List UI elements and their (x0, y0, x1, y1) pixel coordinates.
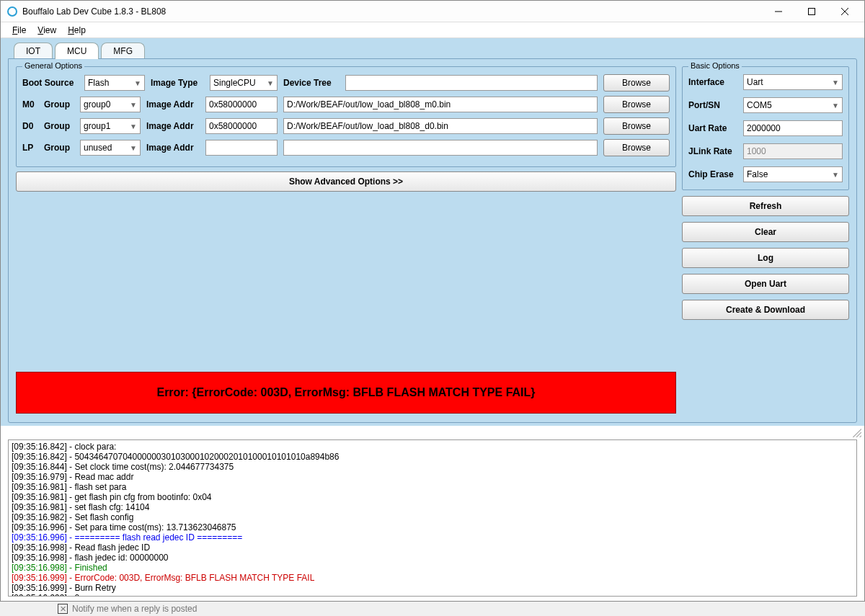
menu-file[interactable]: File (6, 24, 32, 37)
basic-legend: Basic Options (688, 61, 742, 70)
notify-checkbox[interactable]: ✕ (58, 604, 68, 614)
device-tree-input[interactable] (345, 75, 598, 91)
device-tree-label: Device Tree (283, 78, 340, 88)
group-select-m0[interactable]: group0▼ (80, 97, 141, 112)
image-path-input-lp[interactable] (283, 140, 598, 156)
open-uart-button[interactable]: Open Uart (682, 274, 849, 294)
jlink-rate-input[interactable]: 1000 (743, 143, 843, 159)
chevron-down-icon: ▼ (832, 171, 839, 179)
mcu-label: M0 (22, 99, 38, 110)
mcu-label: LP (22, 143, 38, 153)
log-line: [09:35:16.981] - get flash pin cfg from … (12, 492, 853, 502)
image-path-input-m0[interactable]: D:/Work/BEAF/out/low_load_bl808_m0.bin (283, 97, 598, 112)
svg-line-7 (860, 436, 861, 437)
titlebar[interactable]: Bouffalo Lab Dev Cube 1.8.3 - BL808 (1, 1, 864, 22)
device-tree-browse-button[interactable]: Browse (603, 74, 670, 91)
create-download-button[interactable]: Create & Download (682, 300, 849, 320)
svg-point-0 (8, 7, 17, 16)
tab-mfg[interactable]: MFG (101, 43, 145, 59)
image-addr-input-d0[interactable]: 0x58000000 (205, 118, 278, 134)
close-button[interactable] (828, 1, 861, 22)
log-line: [09:35:16.996] - Set para time cost(ms):… (12, 522, 853, 532)
general-legend: General Options (22, 61, 84, 70)
maximize-button[interactable] (795, 1, 828, 22)
tabs: IOT MCU MFG (14, 43, 857, 59)
group-label: Group (44, 99, 74, 110)
window-title: Bouffalo Lab Dev Cube 1.8.3 - BL808 (22, 6, 762, 17)
mcu-label: D0 (22, 121, 38, 131)
browse-button-d0[interactable]: Browse (603, 117, 670, 135)
interface-select[interactable]: Uart▼ (743, 74, 843, 90)
image-path-input-d0[interactable]: D:/Work/BEAF/out/low_load_bl808_d0.bin (283, 118, 598, 134)
group-label: Group (44, 121, 74, 131)
menu-view[interactable]: View (32, 24, 62, 37)
image-addr-label: Image Addr (146, 121, 200, 131)
port-label: Port/SN (688, 100, 739, 110)
notify-label: Notify me when a reply is posted (72, 604, 197, 614)
tab-iot[interactable]: IOT (14, 43, 53, 59)
image-type-label: Image Type (151, 78, 204, 88)
image-addr-label: Image Addr (146, 143, 200, 153)
chevron-down-icon: ▼ (267, 79, 274, 87)
chevron-down-icon: ▼ (134, 79, 141, 87)
image-type-select[interactable]: SingleCPU▼ (210, 75, 278, 91)
minimize-button[interactable] (762, 1, 795, 22)
general-options-group: General Options Boot Source Flash▼ Image… (16, 66, 676, 167)
chevron-down-icon: ▼ (130, 101, 137, 109)
log-line: [09:35:16.979] - Read mac addr (12, 472, 853, 482)
log-button[interactable]: Log (682, 248, 849, 268)
log-line: [09:35:16.998] - flash jedec id: 0000000… (12, 553, 853, 563)
group-select-d0[interactable]: group1▼ (80, 118, 141, 134)
boot-source-select[interactable]: Flash▼ (84, 75, 145, 91)
basic-options-group: Basic Options Interface Uart▼ Port/SN CO… (682, 66, 849, 190)
show-advanced-button[interactable]: Show Advanced Options >> (16, 171, 676, 192)
log-line: [09:35:16.982] - Set flash config (12, 512, 853, 522)
port-select[interactable]: COM5▼ (743, 97, 843, 113)
log-line: [09:35:16.844] - Set clock time cost(ms)… (12, 462, 853, 472)
image-addr-label: Image Addr (146, 99, 200, 110)
browse-button-m0[interactable]: Browse (603, 96, 670, 113)
tab-mcu[interactable]: MCU (55, 43, 99, 59)
image-addr-input-lp[interactable] (205, 140, 278, 156)
chip-erase-label: Chip Erase (688, 169, 739, 179)
chevron-down-icon: ▼ (832, 79, 839, 86)
group-select-lp[interactable]: unused▼ (80, 140, 141, 156)
log-line: [09:35:16.981] - flash set para (12, 482, 853, 492)
interface-label: Interface (688, 77, 739, 87)
clear-button[interactable]: Clear (682, 222, 849, 242)
log-line: [09:35:16.999] - ErrorCode: 003D, ErrorM… (12, 573, 853, 583)
chevron-down-icon: ▼ (130, 144, 137, 152)
menu-help[interactable]: Help (62, 24, 92, 37)
jlink-rate-label: JLink Rate (688, 146, 739, 156)
browse-button-lp[interactable]: Browse (603, 139, 670, 156)
log-line: [09:35:16.842] - clock para: (12, 442, 853, 452)
svg-rect-2 (809, 8, 815, 14)
image-addr-input-m0[interactable]: 0x58000000 (205, 97, 278, 112)
chevron-down-icon: ▼ (130, 122, 137, 130)
refresh-button[interactable]: Refresh (682, 196, 849, 216)
resize-grip-icon[interactable] (851, 427, 861, 437)
log-line: [09:35:16.842] - 50434647070400000030103… (12, 452, 853, 462)
app-icon (6, 6, 18, 17)
log-line: [09:35:16.996] - ========= flash read je… (12, 532, 853, 543)
log-line: [09:35:16.981] - set flash cfg: 14104 (12, 502, 853, 512)
chevron-down-icon: ▼ (832, 102, 839, 110)
app-window: Bouffalo Lab Dev Cube 1.8.3 - BL808 File… (0, 0, 865, 602)
page-footer: ✕ Notify me when a reply is posted (0, 602, 865, 616)
group-label: Group (44, 143, 74, 153)
error-banner: Error: {ErrorCode: 003D, ErrorMsg: BFLB … (16, 372, 676, 414)
boot-source-label: Boot Source (22, 78, 79, 88)
log-line: [09:35:16.998] - Finished (12, 563, 853, 573)
uart-rate-label: Uart Rate (688, 123, 739, 133)
uart-rate-input[interactable]: 2000000 (743, 120, 843, 136)
log-line: [09:35:16.998] - Read flash jedec ID (12, 543, 853, 553)
log-line: [09:35:16.999] - Burn Retry (12, 583, 853, 593)
log-output[interactable]: [09:35:16.842] - clock para:[09:35:16.84… (8, 439, 857, 597)
log-line: [09:35:16.999] - 0 (12, 593, 853, 597)
chip-erase-select[interactable]: False▼ (743, 166, 843, 182)
menubar: File View Help (1, 22, 864, 38)
